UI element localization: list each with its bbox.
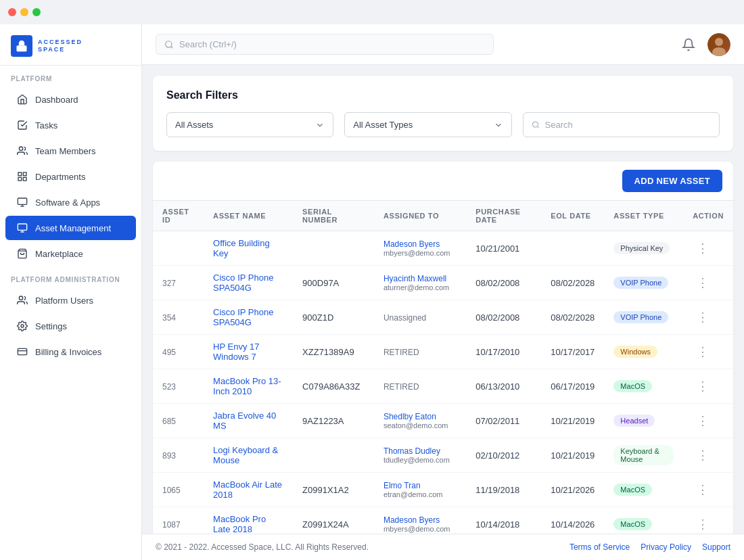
cell-asset-type: MacOS [604,507,683,534]
cell-asset-id: 1087 [153,507,204,534]
row-action-button[interactable]: ⋮ [693,412,713,429]
row-action-button[interactable]: ⋮ [693,308,713,326]
table-row: 523 MacBook Pro 13-Inch 2010 C079A86A33Z… [153,369,733,404]
sidebar-item-team-members[interactable]: Team Members [5,139,136,163]
row-action-button[interactable]: ⋮ [693,481,713,498]
row-action-button[interactable]: ⋮ [693,274,713,291]
filters-card: Search Filters All Assets All Asset Type… [153,76,733,151]
search-placeholder: Search (Ctrl+/) [179,39,237,49]
row-action-button[interactable]: ⋮ [693,446,713,464]
cell-assigned: Shedlby Eatonseaton@demo.com [374,404,466,438]
all-assets-label: All Assets [175,120,213,130]
svg-rect-3 [18,172,22,176]
team-icon [16,145,28,157]
users-icon [16,294,28,306]
cell-asset-name: MacBook Pro Late 2018 [204,507,293,534]
assigned-special: RETIRED [383,382,419,392]
cell-asset-id: 354 [153,300,204,335]
software-icon [16,196,28,208]
asset-type-badge: MacOS [613,484,652,496]
cell-eol-date [541,231,604,266]
asset-name-link[interactable]: Cisco IP Phone SPA504G [213,307,273,327]
svg-rect-5 [23,177,26,181]
cell-serial: C079A86A33Z [293,369,374,404]
cell-eol-date: 10/14/2026 [541,507,604,534]
traffic-light-green[interactable] [32,8,41,16]
cell-assigned: Elmo Tranetran@demo.com [374,473,466,507]
row-action-button[interactable]: ⋮ [693,515,713,533]
svg-rect-16 [18,348,26,354]
cell-assigned: Thomas Dudleytdudley@demo.com [374,438,466,473]
all-asset-types-filter[interactable]: All Asset Types [344,112,511,137]
sidebar-item-departments[interactable]: Departments [5,164,136,189]
assigned-name: Shedlby Eaton [383,412,457,421]
assigned-special: Unassigned [383,313,426,323]
sidebar-item-tasks[interactable]: Tasks [5,113,136,137]
asset-name-link[interactable]: Jabra Evolve 40 MS [213,411,276,431]
notification-bell[interactable] [678,34,699,55]
tasks-icon [16,119,28,131]
cell-action: ⋮ [683,300,733,335]
asset-name-link[interactable]: MacBook Pro Late 2018 [213,514,266,534]
sidebar-item-marketplace[interactable]: Marketplace [5,241,136,266]
footer-privacy-link[interactable]: Privacy Policy [641,542,691,552]
cell-purchase-date: 06/13/2010 [466,369,541,404]
svg-point-21 [712,47,726,56]
sidebar-item-platform-users[interactable]: Platform Users [5,288,136,312]
table-row: 1065 MacBook Air Late 2018 Z0991X1A2 Elm… [153,473,733,507]
sidebar-item-asset-management[interactable]: Asset Management [5,216,136,240]
svg-rect-4 [23,172,26,176]
add-new-asset-button[interactable]: ADD NEW ASSET [622,170,722,192]
row-action-button[interactable]: ⋮ [693,343,713,360]
footer-support-link[interactable]: Support [702,542,730,552]
table-row: 495 HP Envy 17 Windows 7 XZZ71389A9 RETI… [153,335,733,369]
cell-asset-id [153,231,204,266]
asset-name-link[interactable]: MacBook Pro 13-Inch 2010 [213,376,281,396]
traffic-light-red[interactable] [8,8,16,16]
sidebar-item-billing[interactable]: Billing & Invoices [5,340,136,364]
row-action-button[interactable]: ⋮ [693,377,713,395]
logo-icon [11,35,32,57]
cell-asset-name: Cisco IP Phone SPA504G [204,300,293,335]
cell-purchase-date: 08/02/2008 [466,266,541,300]
cell-asset-name: Office Building Key [204,231,293,266]
cell-serial: 900D97A [293,266,374,300]
global-search-bar[interactable]: Search (Ctrl+/) [156,34,494,55]
traffic-light-yellow[interactable] [20,8,28,16]
all-assets-filter[interactable]: All Assets [166,112,333,137]
cell-asset-type: Keyboard & Mouse [604,438,683,473]
cell-action: ⋮ [683,404,733,438]
search-filter[interactable] [523,112,720,137]
user-avatar[interactable] [707,33,730,56]
asset-type-badge: MacOS [613,380,652,392]
cell-eol-date: 08/02/2028 [541,300,604,335]
bell-icon [682,38,695,51]
sidebar-item-dashboard[interactable]: Dashboard [5,87,136,112]
cell-purchase-date: 10/14/2018 [466,507,541,534]
cell-serial [293,231,374,266]
footer-terms-link[interactable]: Terms of Service [569,542,630,552]
filter-search-input[interactable] [545,120,711,130]
asset-name-link[interactable]: Cisco IP Phone SPA504G [213,273,273,293]
sidebar-item-settings[interactable]: Settings [5,314,136,338]
sidebar-item-billing-label: Billing & Invoices [35,347,101,357]
asset-name-link[interactable]: Office Building Key [213,238,270,258]
sidebar-section-admin: Platform Administration [0,266,141,287]
svg-rect-7 [18,198,26,204]
sidebar-item-asset-label: Asset Management [35,223,111,233]
sidebar-item-marketplace-label: Marketplace [35,249,83,259]
asset-name-link[interactable]: Logi Keyboard & Mouse [213,445,278,465]
sidebar-item-software-apps[interactable]: Software & Apps [5,190,136,214]
col-asset-name: ASSET NAME [204,201,293,231]
cell-action: ⋮ [683,231,733,266]
asset-name-link[interactable]: HP Envy 17 Windows 7 [213,342,259,362]
row-action-button[interactable]: ⋮ [693,239,713,257]
table-row: Office Building Key Madeson Byersmbyers@… [153,231,733,266]
asset-name-link[interactable]: MacBook Air Late 2018 [213,480,282,500]
filters-row: All Assets All Asset Types [166,112,720,137]
assigned-name: Hyacinth Maxwell [383,274,457,283]
cell-purchase-date: 08/02/2008 [466,300,541,335]
svg-point-1 [21,47,23,49]
col-purchase-date: PURCHASE DATE [466,201,541,231]
assigned-email: seaton@demo.com [383,421,457,429]
